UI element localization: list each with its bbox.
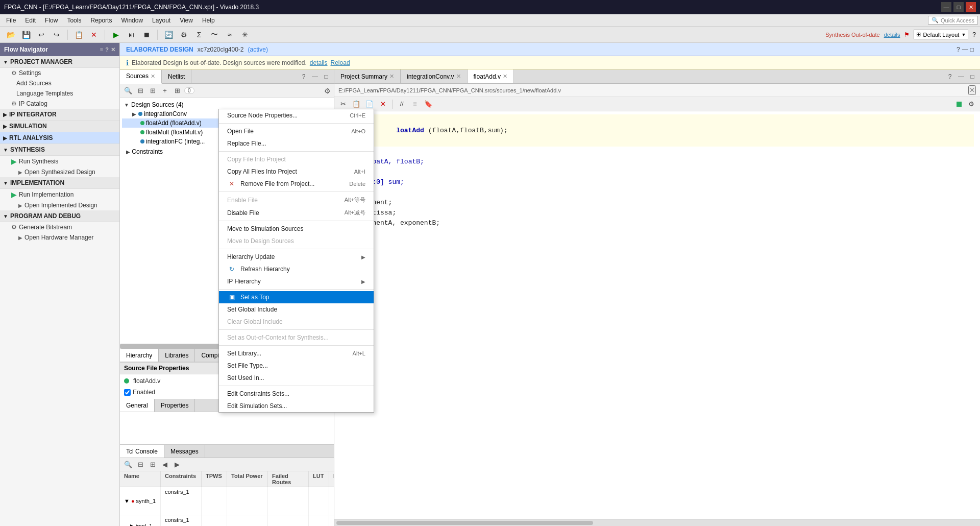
asterisk-button[interactable]: ✳: [238, 28, 252, 41]
flow-nav-help-icon[interactable]: ?: [105, 46, 109, 53]
menu-file[interactable]: File: [2, 16, 20, 25]
sources-add-btn[interactable]: +: [160, 86, 170, 96]
sources-tab-close-icon[interactable]: ✕: [151, 73, 155, 80]
info-details-link[interactable]: details: [310, 59, 328, 66]
elab-minimize-icon[interactable]: —: [962, 46, 968, 53]
ctx-source-node-props[interactable]: Source Node Properties... Ctrl+E: [219, 109, 374, 122]
menu-help[interactable]: Help: [198, 16, 219, 25]
help-icon[interactable]: ?: [972, 31, 976, 38]
editor-paste-btn[interactable]: 📄: [364, 99, 375, 110]
nav-section-implementation[interactable]: ▼ IMPLEMENTATION: [0, 177, 119, 189]
editor-gear-btn[interactable]: ⚙: [966, 99, 977, 110]
editor-copy-btn[interactable]: 📋: [351, 99, 362, 110]
enabled-checkbox[interactable]: [124, 389, 131, 396]
sources-minimize-icon[interactable]: —: [310, 72, 320, 81]
stop-button[interactable]: ⏹: [140, 28, 153, 41]
path-close-button[interactable]: ✕: [968, 85, 976, 95]
floatadd-close-icon[interactable]: ✕: [503, 73, 507, 80]
sources-search-btn[interactable]: 🔍: [123, 86, 133, 96]
tab-tcl-console[interactable]: Tcl Console: [120, 445, 164, 458]
step-button[interactable]: ⏯: [125, 28, 138, 41]
undo-button[interactable]: ↩: [35, 28, 48, 41]
copy-button[interactable]: 📋: [72, 28, 85, 41]
nav-item-settings[interactable]: ⚙ Settings: [0, 68, 119, 78]
tcl-expand-btn[interactable]: ⊞: [148, 460, 158, 470]
ctx-set-file-type[interactable]: Set File Type...: [219, 360, 374, 372]
menu-reports[interactable]: Reports: [86, 16, 116, 25]
tab-sources[interactable]: Sources ✕: [120, 70, 162, 84]
file-props-properties-tab[interactable]: Properties: [155, 399, 195, 412]
elab-help-icon[interactable]: ?: [957, 46, 960, 53]
tab-messages[interactable]: Messages: [164, 445, 205, 458]
project-summary-close-icon[interactable]: ✕: [389, 73, 394, 80]
nav-item-open-implemented[interactable]: ▶ Open Implemented Design: [0, 200, 119, 210]
nav-section-rtl-analysis[interactable]: ▶ RTL ANALYSIS: [0, 132, 119, 144]
elab-expand-icon[interactable]: □: [970, 46, 974, 53]
nav-section-project-manager[interactable]: ▼ PROJECT MANAGER: [0, 56, 119, 68]
menu-flow[interactable]: Flow: [41, 16, 62, 25]
wave-button[interactable]: 〜: [208, 28, 221, 41]
tcl-search-btn[interactable]: 🔍: [123, 460, 133, 470]
sub-tab-hierarchy[interactable]: Hierarchy: [120, 349, 159, 362]
sum-button[interactable]: Σ: [192, 28, 206, 41]
ctx-move-to-sim[interactable]: Move to Simulation Sources: [219, 223, 374, 235]
ctx-replace-file[interactable]: Replace File...: [219, 137, 374, 150]
ctx-remove-file[interactable]: ✕ Remove File from Project... Delete: [219, 178, 374, 190]
sources-expand-icon[interactable]: □: [322, 72, 331, 81]
editor-minimize-icon[interactable]: —: [957, 72, 966, 81]
sources-collapse-btn[interactable]: ⊟: [135, 86, 145, 96]
editor-help-icon[interactable]: ?: [945, 72, 954, 81]
info-reload-link[interactable]: Reload: [331, 59, 350, 66]
nav-item-open-synthesized[interactable]: ▶ Open Synthesized Design: [0, 167, 119, 177]
nav-item-add-sources[interactable]: Add Sources: [0, 78, 119, 88]
tcl-collapse-btn[interactable]: ⊟: [135, 460, 145, 470]
ctx-open-file[interactable]: Open File Alt+O: [219, 125, 374, 137]
editor-bookmark-btn[interactable]: 🔖: [423, 99, 434, 110]
tab-project-summary[interactable]: Project Summary ✕: [334, 69, 401, 83]
tcl-next-btn[interactable]: ▶: [172, 460, 182, 470]
ctx-edit-simulation-sets[interactable]: Edit Simulation Sets...: [219, 400, 374, 412]
sources-expand-btn[interactable]: ⊞: [148, 86, 158, 96]
refresh-button[interactable]: 🔄: [162, 28, 175, 41]
sub-tab-libraries[interactable]: Libraries: [159, 349, 195, 362]
ctx-ip-hierarchy[interactable]: IP Hierarchy ▶: [219, 275, 374, 288]
nav-item-run-synthesis[interactable]: ▶ Run Synthesis: [0, 156, 119, 167]
nav-item-generate-bitstream[interactable]: ⚙ Generate Bitstream: [0, 222, 119, 232]
editor-comment-btn[interactable]: //: [396, 99, 407, 110]
close-button[interactable]: ✕: [966, 2, 976, 12]
ctx-set-as-top[interactable]: ▣ Set as Top: [219, 291, 374, 303]
menu-window[interactable]: Window: [117, 16, 147, 25]
sources-grid-btn[interactable]: ⊞: [172, 86, 182, 96]
open-button[interactable]: 📂: [4, 28, 17, 41]
nav-section-ip-integrator[interactable]: ▶ IP INTEGRATOR: [0, 109, 119, 121]
save-button[interactable]: 💾: [19, 28, 33, 41]
editor-expand-icon[interactable]: □: [968, 72, 977, 81]
menu-view[interactable]: View: [176, 16, 197, 25]
quick-access-search[interactable]: 🔍 Quick Access: [928, 16, 978, 25]
editor-scrollbar-h[interactable]: [334, 519, 980, 526]
flow-nav-menu-icon[interactable]: ≡: [100, 46, 103, 53]
ctx-edit-constraints-sets[interactable]: Edit Constraints Sets...: [219, 388, 374, 400]
compile-button[interactable]: ⚙: [177, 28, 190, 41]
tab-integrationconv[interactable]: integrationConv.v ✕: [401, 69, 468, 83]
nav-item-open-hardware[interactable]: ▶ Open Hardware Manager: [0, 232, 119, 243]
ctx-copy-all-files[interactable]: Copy All Files Into Project Alt+I: [219, 165, 374, 178]
editor-delete-btn[interactable]: ✕: [377, 99, 388, 110]
ctx-set-used-in[interactable]: Set Used In...: [219, 372, 374, 384]
ctx-disable-file[interactable]: Disable File Alt+减号: [219, 206, 374, 219]
code-area[interactable]: loatAdd (floatA,floatB,sum); :0] floatA,…: [334, 111, 980, 519]
nav-item-language-templates[interactable]: Language Templates: [0, 88, 119, 99]
nav-item-run-implementation[interactable]: ▶ Run Implementation: [0, 189, 119, 200]
tab-netlist[interactable]: Netlist: [162, 69, 191, 83]
minimize-button[interactable]: —: [941, 2, 951, 12]
synthesis-details-link[interactable]: details: [884, 32, 900, 38]
tcl-prev-btn[interactable]: ◀: [160, 460, 170, 470]
wave2-button[interactable]: ≈: [223, 28, 236, 41]
menu-edit[interactable]: Edit: [21, 16, 40, 25]
maximize-button[interactable]: □: [953, 2, 964, 12]
sources-help-icon[interactable]: ?: [299, 72, 308, 81]
run-button[interactable]: ▶: [109, 28, 122, 41]
ctx-set-library[interactable]: Set Library... Alt+L: [219, 347, 374, 360]
layout-dropdown[interactable]: ⊞ Default Layout ▼: [914, 30, 968, 39]
flow-nav-close-icon[interactable]: ✕: [111, 46, 115, 53]
